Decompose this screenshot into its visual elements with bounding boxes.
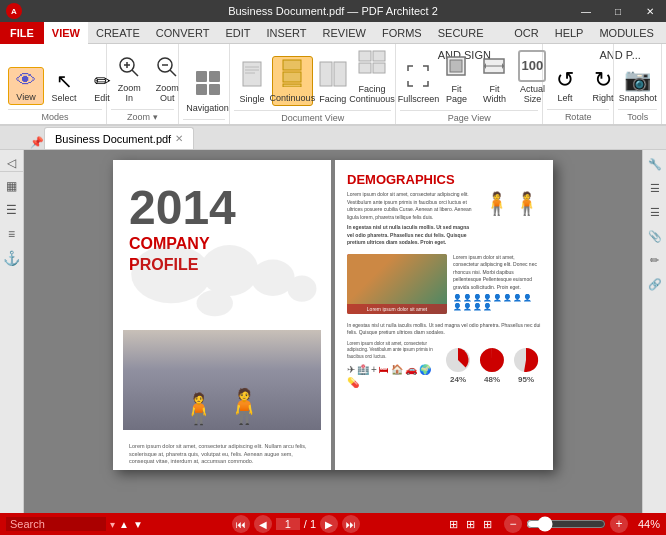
svg-rect-18 bbox=[320, 62, 332, 86]
menu-file[interactable]: FILE bbox=[0, 22, 44, 44]
navigation-group-label bbox=[183, 119, 226, 124]
page-navigation: ⏮ ◀ / 1 ▶ ⏭ bbox=[232, 515, 360, 533]
search-nav-up[interactable]: ▲ bbox=[119, 519, 129, 530]
svg-rect-10 bbox=[209, 84, 220, 95]
zoom-slider[interactable] bbox=[526, 516, 606, 532]
pdf-page-left: 2014 COMPANY PROFILE 🧍 🧍 Lorem ipsum dol… bbox=[113, 160, 331, 470]
panel-button-2[interactable]: ☰ bbox=[645, 202, 665, 222]
search-input[interactable] bbox=[6, 517, 106, 531]
zoom-out-label: ZoomOut bbox=[156, 83, 179, 103]
zoom-in-label: ZoomIn bbox=[118, 83, 141, 103]
ribbon-group-navigation: Navigation bbox=[179, 44, 231, 124]
navigation-button[interactable]: Navigation bbox=[183, 67, 233, 115]
maximize-button[interactable]: □ bbox=[602, 0, 634, 22]
pdf-page-right: DEMOGRAPHICS Lorem ipsum dolor sit amet,… bbox=[335, 160, 553, 470]
tools-icon-2[interactable]: ⊞ bbox=[466, 518, 475, 531]
menu-forms[interactable]: FORMS bbox=[374, 22, 430, 44]
svg-rect-17 bbox=[283, 84, 301, 87]
left-toolbar: ◁ ▦ ☰ ≡ ⚓ bbox=[0, 150, 24, 513]
navigation-icon bbox=[194, 69, 222, 101]
body-text-3: In egestas nisl ut nulla iaculis mollis.… bbox=[347, 322, 541, 337]
menu-convert[interactable]: CONVERT bbox=[148, 22, 218, 44]
status-bar: ▾ ▲ ▼ ⏮ ◀ / 1 ▶ ⏭ ⊞ ⊞ ⊞ − + 44% bbox=[0, 513, 666, 535]
menu-view[interactable]: VIEW bbox=[44, 22, 88, 44]
snapshot-button[interactable]: 📷 Snapshot bbox=[618, 67, 657, 105]
modes-label: modes bbox=[8, 109, 102, 124]
zoom-in-button[interactable]: ZoomIn bbox=[111, 54, 147, 105]
svg-rect-15 bbox=[283, 60, 301, 70]
menu-secure[interactable]: SECURE AND SIGN bbox=[430, 22, 507, 44]
tab-close-icon[interactable]: ✕ bbox=[175, 128, 183, 150]
svg-rect-20 bbox=[359, 51, 371, 61]
bookmarks-panel-button[interactable]: ☰ bbox=[2, 200, 22, 220]
menu-modules[interactable]: MODULES AND P... bbox=[591, 22, 666, 44]
layers-panel-button[interactable]: ≡ bbox=[2, 224, 22, 244]
snapshot-icon: 📷 bbox=[624, 69, 651, 91]
figure-person-red: 🧍 bbox=[513, 191, 540, 217]
fit-page-button[interactable]: FitPage bbox=[438, 52, 474, 106]
fullscreen-label: Fullscreen bbox=[398, 94, 440, 104]
link-button[interactable]: 🔗 bbox=[645, 274, 665, 294]
body-text-1: Lorem ipsum dolor sit amet, consectetur … bbox=[347, 191, 475, 221]
people-icon-row: 👤👤👤 👤👤👤 👤👤👤 👤👤👤 bbox=[453, 294, 541, 311]
menu-create[interactable]: CREATE bbox=[88, 22, 148, 44]
document-tab[interactable]: Business Document.pdf ✕ bbox=[44, 127, 194, 149]
pages-panel-button[interactable]: ▦ bbox=[2, 176, 22, 196]
continuous-button[interactable]: Continuous bbox=[272, 56, 313, 106]
tools-icon-1[interactable]: ⊞ bbox=[449, 518, 458, 531]
svg-rect-19 bbox=[334, 62, 346, 86]
svg-point-34 bbox=[197, 290, 233, 316]
single-icon bbox=[241, 60, 263, 92]
facing-button[interactable]: Facing bbox=[315, 58, 351, 106]
svg-rect-21 bbox=[373, 51, 385, 61]
anchor-button[interactable]: ⚓ bbox=[2, 248, 22, 268]
properties-button[interactable]: 🔧 bbox=[645, 154, 665, 174]
page-number-input[interactable] bbox=[276, 518, 300, 530]
search-nav-down[interactable]: ▼ bbox=[133, 519, 143, 530]
menu-ocr[interactable]: OCR bbox=[506, 22, 546, 44]
tab-pin-icon: 📌 bbox=[30, 136, 44, 149]
stat2-label: 48% bbox=[484, 375, 500, 384]
facing-icon bbox=[319, 60, 347, 92]
window-controls: — □ ✕ bbox=[570, 0, 666, 22]
minimize-button[interactable]: — bbox=[570, 0, 602, 22]
menu-review[interactable]: REVIEW bbox=[315, 22, 374, 44]
menu-edit[interactable]: EDIT bbox=[217, 22, 258, 44]
main-area: ◁ ▦ ☰ ≡ ⚓ bbox=[0, 150, 666, 513]
facing-continuous-icon bbox=[358, 50, 386, 82]
ribbon-group-pageview: Fullscreen FitPage FitWidth 100 ActualSi… bbox=[396, 44, 543, 124]
stat3-label: 95% bbox=[518, 375, 534, 384]
svg-point-33 bbox=[287, 276, 316, 302]
attach-button[interactable]: 📎 bbox=[645, 226, 665, 246]
next-page-button[interactable]: ▶ bbox=[320, 515, 338, 533]
select-label: Select bbox=[51, 93, 76, 103]
view-button[interactable]: 👁 View bbox=[8, 67, 44, 105]
pdf-spread: 2014 COMPANY PROFILE 🧍 🧍 Lorem ipsum dol… bbox=[113, 160, 553, 470]
rotate-left-button[interactable]: ↺ Left bbox=[547, 67, 583, 105]
navigation-label: Navigation bbox=[186, 103, 229, 113]
fullscreen-icon bbox=[406, 64, 430, 92]
tab-label: Business Document.pdf bbox=[55, 128, 171, 150]
menu-insert[interactable]: INSERT bbox=[258, 22, 314, 44]
menu-help[interactable]: HELP bbox=[547, 22, 592, 44]
fit-width-button[interactable]: FitWidth bbox=[476, 52, 512, 106]
annotate-button[interactable]: ✏ bbox=[645, 250, 665, 270]
people-image: 🧍 🧍 bbox=[123, 330, 321, 430]
single-button[interactable]: Single bbox=[234, 58, 270, 106]
nav-buttons: Navigation bbox=[183, 48, 226, 117]
bottom-body-text: Lorem ipsum dolor sit amet, consectetur … bbox=[347, 341, 437, 361]
first-page-button[interactable]: ⏮ bbox=[232, 515, 250, 533]
facing-continuous-button[interactable]: FacingContinuous bbox=[353, 48, 392, 106]
tools-icon-3[interactable]: ⊞ bbox=[483, 518, 492, 531]
select-button[interactable]: ↖ Select bbox=[46, 69, 82, 105]
zoom-buttons: ZoomIn ZoomOut bbox=[111, 48, 173, 107]
close-button[interactable]: ✕ bbox=[634, 0, 666, 22]
fullscreen-button[interactable]: Fullscreen bbox=[400, 62, 436, 106]
nav-collapse-button[interactable]: ◁ bbox=[0, 154, 23, 172]
zoom-in-status[interactable]: + bbox=[610, 515, 628, 533]
prev-page-button[interactable]: ◀ bbox=[254, 515, 272, 533]
last-page-button[interactable]: ⏭ bbox=[342, 515, 360, 533]
rotate-buttons: ↺ Left ↻ Right bbox=[547, 48, 609, 107]
zoom-out-status[interactable]: − bbox=[504, 515, 522, 533]
panel-button-1[interactable]: ☰ bbox=[645, 178, 665, 198]
